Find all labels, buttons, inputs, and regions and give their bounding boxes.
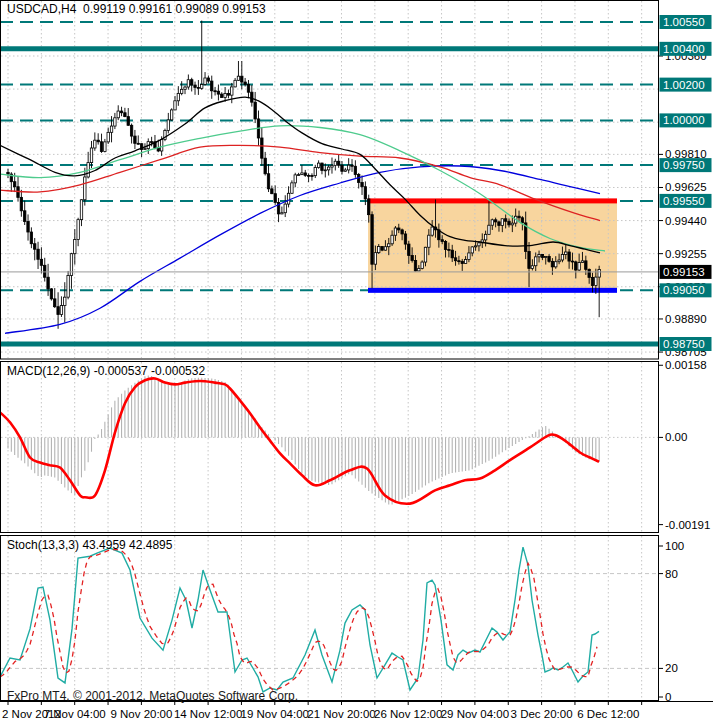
price-level-label: 1.00000 [663, 114, 705, 126]
time-label: 7 Nov 04:00 [44, 708, 106, 720]
price-level-label: 0.99050 [663, 284, 705, 296]
time-label: 6 Dec 12:00 [577, 708, 639, 720]
price-level-label: 1.00200 [663, 79, 705, 91]
time-label: 14 Nov 12:00 [174, 708, 242, 720]
macd-scale-label: 0.00 [665, 431, 687, 443]
stoch-indicator-label: Stoch(13,3,3) 43.4959 42.4895 [7, 538, 172, 552]
price-grid-label: 0.99625 [665, 181, 707, 193]
stoch-scale-label: 20 [665, 662, 678, 674]
price-grid-label: 0.98890 [665, 313, 707, 325]
mt4-chart-window[interactable]: USDCAD,H4 0.99119 0.99161 0.99089 0.9915… [0, 0, 713, 727]
current-price-label: 0.99153 [663, 266, 705, 278]
price-grid-label: 0.99440 [665, 215, 707, 227]
stoch-scale-label: 80 [665, 568, 678, 580]
macd-scale-label: 0.00158 [665, 359, 707, 371]
macd-indicator-label: MACD(12,26,9) -0.000537 -0.000532 [7, 364, 205, 378]
stoch-scale-label: 0 [665, 691, 671, 703]
time-label: 3 Dec 20:00 [511, 708, 573, 720]
time-label: 29 Nov 04:00 [441, 708, 509, 720]
macd-scale-label: -0.00191 [665, 519, 710, 531]
time-label: 9 Nov 20:00 [110, 708, 172, 720]
time-label: 19 Nov 04:00 [241, 708, 309, 720]
time-label: 21 Nov 20:00 [307, 708, 375, 720]
stoch-scale-label: 100 [665, 540, 684, 552]
price-level-label: 1.00550 [663, 16, 705, 28]
price-level-label: 1.00400 [663, 43, 705, 55]
price-level-label: 0.98750 [663, 338, 705, 350]
price-level-label: 0.99750 [663, 159, 705, 171]
platform-copyright: FxPro MT4, © 2001-2012, MetaQuotes Softw… [7, 689, 298, 703]
price-grid-label: 0.99255 [665, 248, 707, 260]
box-support-line [368, 288, 617, 293]
time-label: 26 Nov 12:00 [374, 708, 442, 720]
chart-title: USDCAD,H4 0.99119 0.99161 0.99089 0.9915… [7, 2, 266, 16]
price-level-label: 0.99550 [663, 195, 705, 207]
